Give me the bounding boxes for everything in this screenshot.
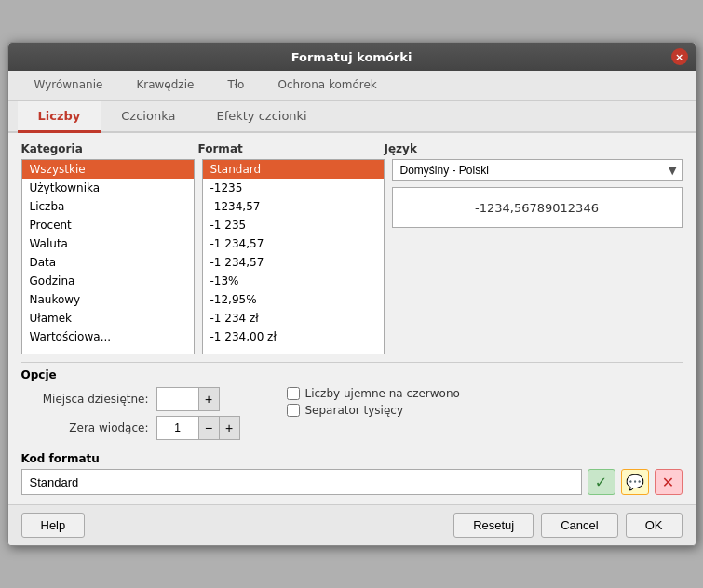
tab-ochrona[interactable]: Ochrona komórek — [261, 71, 393, 100]
resetuj-button[interactable]: Resetuj — [453, 513, 534, 538]
liczby-ujemne-checkbox[interactable] — [287, 387, 300, 400]
tab-efekty[interactable]: Efekty czcionki — [196, 101, 327, 133]
kategoria-item-godzina[interactable]: Godzina — [22, 272, 194, 290]
separator-checkbox[interactable] — [287, 404, 300, 417]
opcje-content: Miejsca dziesiętne: + Zera wiodące: − + — [21, 387, 683, 445]
separator-checkbox-row: Separator tysięcy — [287, 404, 460, 417]
main-tabs: Liczby Czcionka Efekty czcionki — [8, 101, 696, 133]
format-item-3[interactable]: -1 235 — [203, 216, 384, 234]
zera-increment-button[interactable]: + — [219, 417, 239, 439]
header-format: Format — [198, 142, 385, 155]
kod-row: ✓ 💬 ✕ — [21, 469, 683, 495]
tab-liczby[interactable]: Liczby — [18, 101, 101, 133]
tab-krawedzie[interactable]: Krawędzie — [119, 71, 210, 100]
miejsca-label: Miejsca dziesiętne: — [21, 393, 156, 406]
opcje-section: Opcje Miejsca dziesiętne: + Zera wiodące… — [21, 362, 683, 445]
tab-tlo[interactable]: Tło — [210, 71, 261, 100]
cancel-button[interactable]: Cancel — [541, 513, 617, 538]
top-tabs: Wyrównanie Krawędzie Tło Ochrona komórek — [8, 71, 696, 101]
jezyk-column: Domyślny - Polski ▼ -1234,56789012346 — [392, 159, 683, 354]
header-jezyk: Język — [385, 142, 683, 155]
kod-accept-button[interactable]: ✓ — [588, 469, 615, 495]
zera-input[interactable] — [157, 417, 198, 439]
kategoria-item-uzytkownika[interactable]: Użytkownika — [22, 179, 194, 197]
jezyk-dropdown[interactable]: Domyślny - Polski — [392, 159, 683, 181]
zera-spinbox: − + — [156, 416, 240, 440]
preview-box: -1234,56789012346 — [392, 187, 683, 228]
miejsca-row: Miejsca dziesiętne: + — [21, 387, 240, 411]
format-item-6[interactable]: -13% — [203, 272, 384, 290]
tab-wyrownanie[interactable]: Wyrównanie — [18, 71, 120, 100]
format-item-8[interactable]: -1 234 zł — [203, 309, 384, 327]
kod-info-button[interactable]: 💬 — [621, 469, 649, 495]
format-item-2[interactable]: -1234,57 — [203, 197, 384, 216]
kod-input[interactable] — [21, 469, 582, 495]
miejsca-increment-button[interactable]: + — [198, 388, 219, 410]
liczby-ujemne-label: Liczby ujemne na czerwono — [305, 387, 460, 400]
kategoria-item-liczba[interactable]: Liczba — [22, 197, 194, 216]
kategoria-item-wartosciowa[interactable]: Wartościowa... — [22, 327, 194, 346]
zera-decrement-button[interactable]: − — [198, 417, 219, 439]
kategoria-item-data[interactable]: Data — [22, 253, 194, 272]
miejsca-input[interactable] — [157, 388, 198, 410]
title-bar: Formatuj komórki × — [8, 43, 696, 71]
kategoria-item-naukowy[interactable]: Naukowy — [22, 290, 194, 309]
separator-label: Separator tysięcy — [305, 404, 404, 417]
jezyk-dropdown-wrap: Domyślny - Polski ▼ — [392, 159, 683, 181]
lists-row: Wszystkie Użytkownika Liczba Procent Wal… — [21, 159, 683, 354]
opcje-left: Miejsca dziesiętne: + Zera wiodące: − + — [21, 387, 240, 445]
content-area: Kategoria Format Język Wszystkie Użytkow… — [8, 133, 696, 504]
kategoria-list[interactable]: Wszystkie Użytkownika Liczba Procent Wal… — [21, 159, 195, 354]
dialog-title: Formatuj komórki — [33, 50, 671, 64]
kategoria-item-procent[interactable]: Procent — [22, 216, 194, 234]
format-item-standard[interactable]: Standard — [203, 160, 384, 179]
kategoria-item-ulamek[interactable]: Ułamek — [22, 309, 194, 327]
kod-formatu-section: Kod formatu ✓ 💬 ✕ — [21, 452, 683, 495]
liczby-checkbox-row: Liczby ujemne na czerwono — [287, 387, 460, 400]
miejsca-spinbox: + — [156, 387, 220, 411]
footer-right: Resetuj Cancel OK — [453, 513, 682, 538]
format-item-9[interactable]: -1 234,00 zł — [203, 327, 384, 346]
format-item-1[interactable]: -1235 — [203, 179, 384, 197]
dialog: Formatuj komórki × Wyrównanie Krawędzie … — [7, 42, 696, 546]
format-item-7[interactable]: -12,95% — [203, 290, 384, 309]
tab-czcionka[interactable]: Czcionka — [101, 101, 196, 133]
kod-delete-button[interactable]: ✕ — [655, 469, 683, 495]
opcje-right: Liczby ujemne na czerwono Separator tysi… — [287, 387, 460, 445]
column-headers: Kategoria Format Język — [21, 142, 683, 155]
help-button[interactable]: Help — [21, 513, 86, 538]
ok-button[interactable]: OK — [626, 513, 683, 538]
kategoria-item-wszystkie[interactable]: Wszystkie — [22, 160, 194, 179]
format-list[interactable]: Standard -1235 -1234,57 -1 235 -1 234,57… — [202, 159, 385, 354]
zera-label: Zera wiodące: — [21, 421, 156, 434]
preview-value: -1234,56789012346 — [475, 201, 599, 215]
kod-formatu-title: Kod formatu — [21, 452, 683, 465]
footer: Help Resetuj Cancel OK — [8, 504, 696, 545]
zera-row: Zera wiodące: − + — [21, 416, 240, 440]
format-item-5[interactable]: -1 234,57 — [203, 253, 384, 272]
opcje-title: Opcje — [21, 368, 683, 381]
close-button[interactable]: × — [671, 48, 688, 65]
kategoria-item-waluta[interactable]: Waluta — [22, 234, 194, 253]
format-item-4[interactable]: -1 234,57 — [203, 234, 384, 253]
header-kategoria: Kategoria — [21, 142, 198, 155]
